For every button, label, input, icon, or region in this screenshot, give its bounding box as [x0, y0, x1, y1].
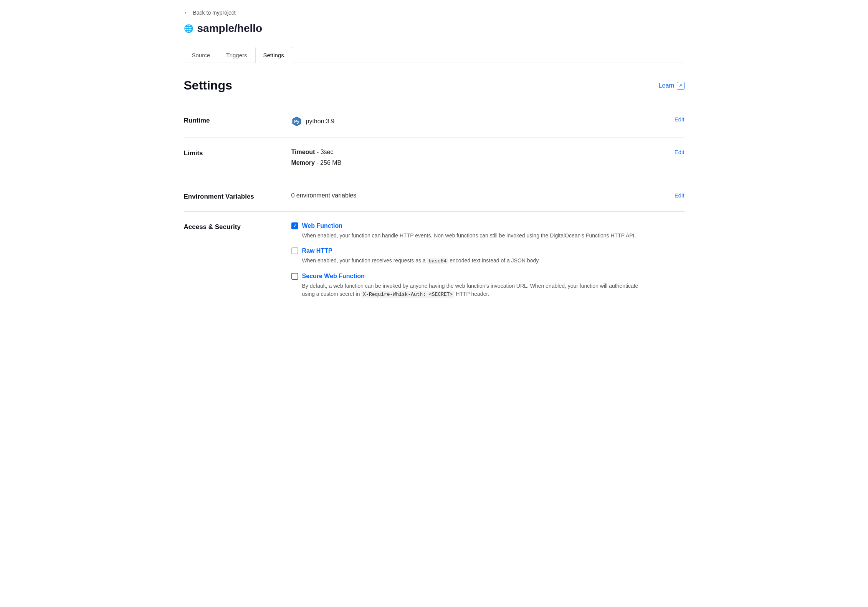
tab-settings[interactable]: Settings	[255, 47, 292, 63]
secure-web-function-checkbox[interactable]	[291, 273, 298, 280]
back-arrow-icon: ←	[184, 9, 190, 16]
tab-source[interactable]: Source	[184, 47, 218, 63]
secret-code: X-Require-Whisk-Auth: <SECRET>	[361, 291, 454, 298]
web-function-description: When enabled, your function can handle H…	[302, 232, 646, 240]
back-link[interactable]: ← Back to myproject	[184, 9, 684, 16]
memory-value: 256 MB	[320, 159, 341, 166]
access-label: Access & Security	[184, 222, 284, 231]
limits-label: Limits	[184, 149, 284, 157]
web-function-checkbox[interactable]	[291, 222, 298, 229]
globe-icon: 🌐	[184, 24, 193, 33]
page-title: sample/hello	[197, 22, 263, 35]
settings-heading: Settings	[184, 78, 232, 93]
raw-http-item: Raw HTTP When enabled, your function rec…	[291, 247, 646, 265]
raw-http-header: Raw HTTP	[291, 247, 646, 254]
access-content: Web Function When enabled, your function…	[284, 222, 654, 298]
python-icon: Py	[291, 116, 302, 127]
runtime-label: Runtime	[184, 116, 284, 124]
web-function-label[interactable]: Web Function	[302, 222, 342, 229]
limits-edit-button[interactable]: Edit	[675, 149, 684, 155]
raw-http-checkbox[interactable]	[291, 247, 298, 254]
memory-separator: -	[316, 159, 320, 166]
limits-section: Limits Timeout - 3sec Memory - 256 MB Ed…	[184, 138, 684, 181]
limits-content: Timeout - 3sec Memory - 256 MB	[284, 149, 654, 170]
raw-http-label[interactable]: Raw HTTP	[302, 247, 332, 254]
runtime-edit-button[interactable]: Edit	[675, 116, 684, 123]
access-section: Access & Security Web Function When enab…	[184, 211, 684, 309]
runtime-row: Py python:3.9	[291, 116, 646, 127]
env-vars-action: Edit	[654, 192, 684, 199]
web-function-header: Web Function	[291, 222, 646, 229]
secure-web-function-description: By default, a web function can be invoke…	[302, 282, 646, 299]
learn-link[interactable]: Learn ↗	[659, 82, 684, 90]
learn-external-icon: ↗	[677, 82, 684, 90]
memory-row: Memory - 256 MB	[291, 159, 646, 166]
secure-web-function-label[interactable]: Secure Web Function	[302, 273, 365, 280]
env-vars-label: Environment Variables	[184, 192, 284, 201]
settings-header: Settings Learn ↗	[184, 78, 684, 93]
limits-action: Edit	[654, 149, 684, 156]
back-link-label: Back to myproject	[193, 10, 236, 16]
timeout-value: 3sec	[321, 149, 334, 155]
timeout-label: Timeout	[291, 149, 315, 155]
base64-code: base64	[427, 258, 448, 264]
env-vars-content: 0 environment variables	[284, 192, 654, 199]
runtime-content: Py python:3.9	[284, 116, 654, 127]
tabs: Source Triggers Settings	[184, 47, 684, 63]
runtime-action: Edit	[654, 116, 684, 123]
learn-label: Learn	[659, 82, 675, 89]
page-title-row: 🌐 sample/hello	[184, 22, 684, 35]
runtime-section: Runtime Py python:3.9 Edit	[184, 105, 684, 138]
env-vars-value: 0 environment variables	[291, 192, 357, 199]
secure-web-function-header: Secure Web Function	[291, 273, 646, 280]
runtime-value: python:3.9	[306, 118, 335, 125]
timeout-row: Timeout - 3sec	[291, 149, 646, 156]
env-vars-section: Environment Variables 0 environment vari…	[184, 181, 684, 211]
raw-http-description: When enabled, your function receives req…	[302, 257, 646, 265]
memory-label: Memory	[291, 159, 315, 166]
timeout-separator: -	[317, 149, 321, 155]
env-vars-edit-button[interactable]: Edit	[675, 192, 684, 199]
web-function-item: Web Function When enabled, your function…	[291, 222, 646, 240]
svg-text:Py: Py	[294, 119, 299, 124]
tab-triggers[interactable]: Triggers	[218, 47, 255, 63]
secure-web-function-item: Secure Web Function By default, a web fu…	[291, 273, 646, 299]
